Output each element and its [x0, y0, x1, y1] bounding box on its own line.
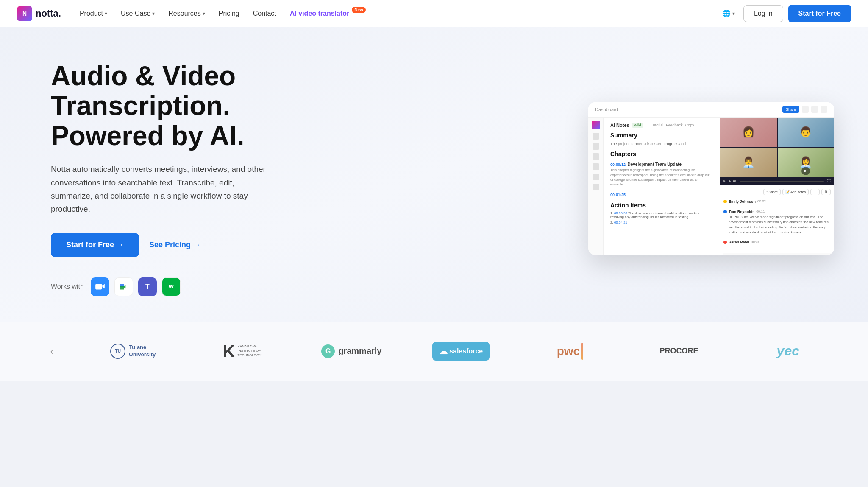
more-actions-btn[interactable]: ⋯ [810, 189, 820, 195]
chapter-title-1: Development Team Update [627, 162, 682, 167]
ai-notes-label: AI Notes [610, 123, 629, 128]
nav-link-pricing[interactable]: Pricing [214, 6, 245, 21]
copy-tag: Copy [685, 123, 694, 127]
app-topbar: Dashboard Share [588, 102, 834, 118]
chapter-desc-1: This chapter highlights the significance… [610, 168, 713, 187]
zoom-icon [91, 277, 109, 296]
trusted-section: ‹ TU TulaneUniversity K KANAGAWAINSTITUT… [0, 322, 868, 381]
tulane-crest-icon: TU [110, 344, 125, 359]
yec-text: yec [777, 343, 799, 359]
sidebar-settings-icon[interactable] [593, 174, 599, 180]
video-control-btn[interactable]: ⏮ [723, 179, 727, 183]
chevron-down-icon: ▾ [203, 11, 205, 17]
works-with: Works with T [51, 277, 271, 296]
action-items: Action Items 1. 00:00:59 The development… [610, 202, 713, 224]
prev-arrow[interactable]: ‹ [50, 345, 54, 357]
audio-controls [723, 253, 831, 255]
chat-message-3: Sarah Patel 00:24 [723, 240, 831, 245]
sidebar-docs-icon[interactable] [593, 153, 599, 160]
chevron-down-icon: ▾ [105, 11, 107, 17]
hero-title: Audio & Video Transcription. Powered by … [51, 61, 271, 151]
nav-link-product[interactable]: Product ▾ [75, 6, 112, 21]
kanagawa-logo: K KANAGAWAINSTITUTE OFTECHNOLOGY [212, 343, 272, 360]
share-action-btn[interactable]: ↑ Share [763, 189, 781, 195]
chapter-item: 00:00:32 Development Team Update This ch… [610, 160, 713, 187]
video-person-4: 👩‍💼 ▶ [778, 148, 835, 177]
settings-icon [811, 106, 818, 113]
audio-dot [767, 255, 769, 255]
share-bar: ↑ Share 📝 Add notes ⋯ 🗑 [723, 189, 831, 195]
hero-right: Dashboard Share [271, 102, 834, 255]
chapter-time-2: 00:01:25 [610, 193, 626, 197]
audio-dot [781, 255, 784, 255]
video-person-3: 👨‍💼 [720, 148, 777, 177]
nav-link-resources[interactable]: Resources ▾ [163, 6, 210, 21]
sidebar-logo [592, 121, 600, 129]
pwc-text: pwc [557, 344, 580, 358]
start-for-free-button[interactable]: Start for Free [788, 5, 851, 22]
app-topbar-title: Dashboard [595, 107, 618, 112]
app-topbar-actions: Share [782, 106, 827, 113]
teams-icon: T [138, 277, 157, 296]
app-video-panel: 👩 👨 👨‍💼 👩‍💼 ▶ [720, 118, 834, 255]
add-notes-btn[interactable]: 📝 Add notes [782, 189, 809, 195]
app-sidebar [588, 118, 604, 255]
chapter-item-2: 00:01:25 [610, 190, 713, 198]
user-indicator-yellow [723, 200, 727, 203]
share-button[interactable]: Share [782, 106, 799, 113]
user-indicator-red [723, 241, 727, 244]
logo-icon: N [17, 6, 32, 21]
sidebar-home-icon[interactable] [593, 143, 599, 150]
audio-dot [771, 255, 773, 255]
app-icons: T W [91, 277, 181, 296]
works-with-label: Works with [51, 283, 84, 291]
trusted-logos: ‹ TU TulaneUniversity K KANAGAWAINSTITUT… [34, 342, 834, 361]
login-button[interactable]: Log in [743, 5, 783, 22]
procore-text: PROCORE [660, 347, 698, 355]
nav-link-ai-video[interactable]: AI video translator New [285, 6, 371, 21]
logo[interactable]: N notta. [17, 6, 61, 21]
hero-start-free-button[interactable]: Start for Free → [51, 233, 139, 257]
hero-see-pricing-link[interactable]: See Pricing → [149, 241, 200, 249]
chevron-down-icon: ▾ [732, 11, 735, 17]
sidebar-calendar-icon[interactable] [593, 163, 599, 170]
chapter-time-1: 00:00:32 [610, 162, 626, 167]
tutorial-tag: Tutorial [651, 123, 664, 127]
trash-btn[interactable]: 🗑 [821, 189, 831, 195]
pwc-logo: pwc [540, 343, 600, 360]
summary-title: Summary [610, 132, 713, 139]
globe-icon: 🌐 [722, 9, 731, 17]
chat-panel: ↑ Share 📝 Add notes ⋯ 🗑 [720, 185, 834, 255]
video-person-1: 👩 [720, 118, 777, 147]
share-icon: ↑ [766, 190, 768, 194]
video-person-2: 👨 [778, 118, 835, 147]
salesforce-cloud-icon: ☁ [439, 346, 448, 356]
video-fullscreen-btn[interactable]: ⛶ [827, 179, 831, 183]
video-ff-btn[interactable]: ⏭ [733, 179, 736, 183]
action-item-1: 1. 00:00:59 The development team should … [610, 211, 713, 219]
summary-text: The project partners discussed progress … [610, 141, 713, 147]
new-badge: New [352, 7, 366, 13]
action-items-title: Action Items [610, 202, 713, 209]
ai-notes-tag: AI Notes Wiki Tutorial Feedback Copy [610, 123, 713, 128]
audio-dot [785, 255, 788, 255]
chapters-title: Chapters [610, 151, 713, 157]
navbar: N notta. Product ▾ Use Case ▾ Resources … [0, 0, 868, 27]
app-main: AI Notes Wiki Tutorial Feedback Copy Sum… [604, 118, 834, 255]
hero-buttons: Start for Free → See Pricing → [51, 233, 271, 257]
sidebar-more-icon[interactable] [593, 184, 599, 190]
app-notes-panel: AI Notes Wiki Tutorial Feedback Copy Sum… [604, 118, 720, 255]
language-selector[interactable]: 🌐 ▾ [719, 6, 738, 21]
nav-link-contact[interactable]: Contact [248, 6, 281, 21]
audio-dot-active [775, 255, 779, 255]
nav-link-usecase[interactable]: Use Case ▾ [116, 6, 160, 21]
feedback-tag: Feedback [666, 123, 683, 127]
video-play-btn[interactable]: ▶ [729, 179, 731, 183]
webex-icon: W [162, 277, 181, 296]
chat-message-2: Tom Reynolds 00:11 Hi, PM. Sure. We've m… [723, 210, 831, 235]
play-overlay: ▶ [801, 167, 810, 175]
action-item-2: 2. 00:04:21 [610, 221, 713, 224]
sidebar-search-icon[interactable] [593, 133, 599, 140]
notes-icon: 📝 [785, 190, 790, 194]
nav-right: 🌐 ▾ Log in Start for Free [719, 5, 851, 22]
